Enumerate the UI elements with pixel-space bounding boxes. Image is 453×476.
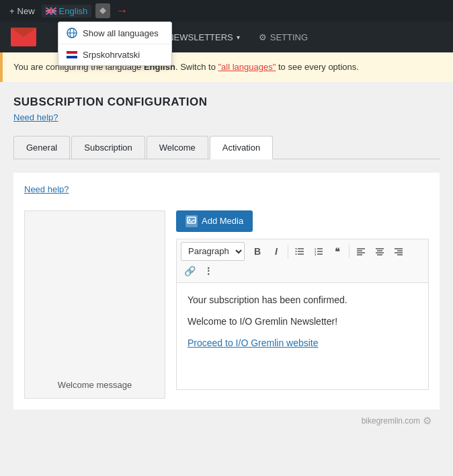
tab-activation[interactable]: Activation [210,136,273,159]
svg-marker-1 [99,7,106,14]
editor-sidebar: Welcome message [24,210,165,399]
diamond-button[interactable] [95,3,110,18]
svg-point-14 [296,251,297,252]
tab-general[interactable]: General [13,136,70,159]
align-right-button[interactable] [390,243,407,260]
editor-wrapper: Welcome message Add Media [24,210,429,399]
editor-line-1: Your subscription has been confirmed. [188,292,417,307]
align-right-icon [394,247,403,256]
add-media-button[interactable]: Add Media [176,210,253,232]
link-button[interactable]: 🔗 [181,262,198,280]
newsletters-label: NEWSLETTERS [167,32,233,42]
uk-flag-icon [46,7,56,15]
serbian-language-item[interactable]: Srpskohrvatski [58,44,171,65]
newsletters-chevron: ▾ [237,34,240,41]
language-dropdown: Show all languages Srpskohrvatski [58,22,172,66]
add-media-label: Add Media [202,216,243,226]
serbian-label: Srpskohrvatski [83,50,140,60]
align-center-icon [375,247,384,256]
text-editor[interactable]: Your subscription has been confirmed. We… [176,282,429,390]
more-button[interactable]: ⋮ [200,262,217,280]
plus-icon: + [9,6,15,16]
svg-point-15 [296,253,297,255]
settings-nav-item[interactable]: ⚙ SETTING [251,28,316,46]
align-center-button[interactable] [371,243,388,260]
svg-text:3: 3 [315,252,317,255]
content-section: Need help? Welcome message [13,173,440,409]
top-navigation: + New English → [0,0,453,22]
logo-area [11,28,36,46]
english-language-button[interactable]: English [42,5,92,17]
svg-rect-7 [67,54,77,56]
editor-line-3: Proceed to I/O Gremlin website [188,335,417,350]
align-left-button[interactable] [352,243,370,260]
format-toolbar: Paragraph B I 123 ❝ [176,239,429,282]
settings-label: SETTING [270,32,308,42]
tab-subscription[interactable]: Subscription [71,136,145,159]
paragraph-select[interactable]: Paragraph [181,242,245,261]
align-left-icon [356,247,366,256]
toolbar-separator-1 [288,245,288,258]
editor-link[interactable]: Proceed to I/O Gremlin website [188,338,319,348]
serbian-flag-icon [67,51,77,58]
settings-gear-icon: ⚙ [259,32,267,42]
watermark-text: bikegremlin.com [362,416,420,426]
new-label: New [17,6,35,16]
footer-gear-icon: ⚙ [423,415,431,427]
info-text-after: to see every options. [276,62,359,72]
sidebar-label: Welcome message [58,380,132,390]
info-text-middle: . Switch to [175,62,218,72]
svg-rect-6 [67,51,77,54]
tab-welcome[interactable]: Welcome [147,136,208,159]
arrow-indicator: → [116,4,128,18]
page-title: SUBSCRIPTION CONFIGURATION [13,95,440,109]
svg-point-13 [296,248,297,249]
media-icon-svg [187,216,196,226]
ordered-list-button[interactable]: 123 [310,243,327,260]
english-label: English [59,6,88,16]
toolbar-separator-2 [349,245,349,258]
blockquote-button[interactable]: ❝ [329,243,346,260]
ol-icon: 123 [314,247,323,256]
content-need-help-link[interactable]: Need help? [24,184,69,194]
page-need-help-link[interactable]: Need help? [13,112,58,122]
new-button[interactable]: + New [5,5,39,17]
globe-icon [67,28,77,38]
logo-envelope [11,28,36,46]
diamond-icon [99,7,107,15]
footer-watermark: bikegremlin.com ⚙ [13,409,440,432]
bold-button[interactable]: B [249,243,266,260]
editor-line-2: Welcome to I/O Gremlin Newsletter! [188,314,417,329]
italic-button[interactable]: I [267,243,285,260]
show-all-languages-label: Show all languages [83,28,159,38]
show-all-languages-item[interactable]: Show all languages [58,22,171,44]
editor-main: Add Media Paragraph B I 123 [176,210,429,399]
add-media-icon [186,215,198,227]
unordered-list-button[interactable] [291,243,308,260]
info-link[interactable]: "all languages" [218,62,276,72]
main-content: SUBSCRIPTION CONFIGURATION Need help? Ge… [0,82,453,432]
tabs-bar: General Subscription Welcome Activation [13,136,440,159]
ul-icon [295,247,304,256]
